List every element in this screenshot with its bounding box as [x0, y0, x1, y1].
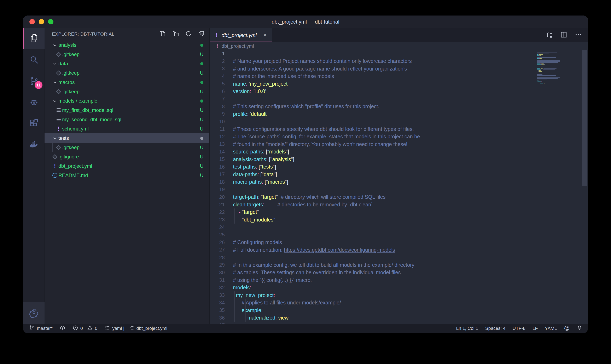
status-encoding[interactable]: UTF-8	[513, 326, 526, 331]
tree-item-analysis[interactable]: analysis	[44, 40, 209, 50]
vertical-scrollbar[interactable]	[582, 50, 587, 186]
smiley-icon: ☺	[564, 325, 569, 332]
code-line-7: 7	[210, 95, 588, 103]
line-number: 26	[210, 239, 225, 245]
git-untracked-badge: U	[199, 70, 205, 76]
status-errors[interactable]: 0	[72, 325, 83, 332]
status-selection-yaml[interactable]: yaml |	[104, 325, 124, 332]
minimize-window-button[interactable]	[39, 19, 44, 24]
file-tree: analysis.gitkeepUdata.gitkeepUmacros.git…	[44, 40, 209, 324]
error-icon	[72, 325, 78, 332]
code-line-37: 37	[210, 322, 588, 324]
status-warnings[interactable]: 0	[87, 325, 97, 332]
tree-item-models-example[interactable]: models / example	[44, 96, 209, 105]
split-editor-icon[interactable]	[560, 31, 568, 39]
breadcrumb-file[interactable]: dbt_project.yml	[222, 43, 254, 49]
line-number: 24	[210, 224, 225, 230]
tree-item--gitkeep[interactable]: .gitkeepU	[44, 68, 209, 78]
collapse-all-icon[interactable]	[198, 30, 205, 38]
status-indentation[interactable]: Spaces: 4	[485, 326, 506, 331]
git-status-dot	[199, 61, 205, 67]
line-number: 3	[210, 66, 225, 72]
git-status-dot	[199, 42, 205, 48]
status-feedback[interactable]: ☺	[564, 325, 569, 332]
tree-item-tests[interactable]: tests	[44, 133, 209, 143]
git-untracked-badge: U	[199, 52, 205, 57]
search-icon	[29, 55, 39, 65]
new-folder-icon[interactable]	[172, 30, 179, 38]
refresh-icon[interactable]	[185, 30, 192, 38]
code-line-10: 10	[210, 118, 588, 126]
status-language-mode[interactable]: YAML	[545, 326, 557, 331]
close-tab-icon[interactable]: ×	[262, 32, 268, 39]
tree-item-macros[interactable]: macros	[44, 78, 209, 87]
vscode-window: dbt_project.yml — dbt-tutorial 11	[23, 15, 588, 333]
git-status-dot	[199, 135, 205, 141]
status-git-branch[interactable]: master*	[29, 325, 53, 332]
tree-item-my-second-dbt-model-sql[interactable]: my_second_dbt_model.sqlU	[44, 115, 209, 124]
status-eol[interactable]: LF	[532, 326, 538, 331]
activity-search[interactable]	[23, 49, 44, 71]
list-icon	[129, 325, 134, 332]
line-number: 8	[210, 104, 225, 109]
line-number: 2	[210, 58, 225, 64]
tree-item--gitkeep[interactable]: .gitkeepU	[44, 143, 209, 152]
git-file-icon	[56, 70, 61, 76]
explorer-sidebar: EXPLORER: DBT-TUTORIAL analysis.gitkeepU…	[44, 28, 210, 324]
tree-item-readme-md[interactable]: iREADME.mdU	[44, 171, 209, 180]
status-sync[interactable]	[60, 325, 66, 332]
status-notifications[interactable]	[577, 325, 583, 332]
tree-item-my-first-dbt-model-sql[interactable]: my_first_dbt_model.sqlU	[44, 105, 209, 115]
code-line-1: 1	[210, 50, 588, 57]
git-untracked-badge: U	[199, 172, 205, 178]
code-area[interactable]: 12# Name your project! Project names sho…	[210, 50, 588, 324]
tab-label: dbt_project.yml	[222, 32, 262, 38]
open-changes-icon[interactable]	[545, 31, 553, 39]
minimap[interactable]	[537, 51, 581, 85]
activity-extensions[interactable]	[23, 113, 44, 134]
indent-guide	[245, 314, 246, 322]
git-untracked-badge: U	[199, 154, 205, 160]
status-cursor-position[interactable]: Ln 1, Col 1	[456, 326, 478, 331]
zoom-window-button[interactable]	[48, 19, 54, 24]
line-number: 9	[210, 111, 225, 117]
tree-item-data[interactable]: data	[44, 59, 209, 68]
tree-item--gitkeep[interactable]: .gitkeepU	[44, 50, 209, 59]
code-line-19: 19	[210, 186, 588, 193]
git-untracked-badge: U	[199, 107, 205, 113]
activity-settings[interactable]	[23, 302, 44, 324]
close-window-button[interactable]	[29, 19, 35, 24]
line-number: 30	[210, 270, 225, 275]
line-number: 19	[210, 187, 225, 192]
more-actions-icon[interactable]	[575, 31, 582, 39]
yaml-warning-icon: !	[215, 32, 218, 38]
activity-source-control[interactable]: 11	[23, 71, 44, 92]
activity-docker[interactable]	[23, 134, 44, 156]
code-line-3: 3# and underscores. A good package name …	[210, 65, 588, 73]
line-number: 23	[210, 217, 225, 222]
activity-explorer[interactable]	[23, 28, 44, 49]
indent-guide	[234, 299, 235, 307]
tree-item--gitkeep[interactable]: .gitkeepU	[44, 87, 209, 96]
code-line-12: 12# The `source-paths` config, for examp…	[210, 133, 588, 141]
code-line-23: 23 - "dbt_modules"	[210, 216, 588, 223]
status-selection-file[interactable]: dbt_project.yml	[129, 325, 167, 332]
code-line-35: 35 example:	[210, 307, 588, 314]
breadcrumb[interactable]: ! dbt_project.yml	[210, 42, 588, 50]
tree-item--gitignore[interactable]: .gitignoreU	[44, 152, 209, 161]
line-number: 27	[210, 247, 225, 253]
code-line-5: 5name: 'my_new_project'	[210, 80, 588, 88]
tree-item-schema-yml[interactable]: !schema.ymlU	[44, 124, 209, 133]
line-number: 6	[210, 89, 225, 94]
list-icon	[104, 325, 110, 332]
new-file-icon[interactable]	[159, 30, 166, 38]
line-number: 21	[210, 202, 225, 208]
line-number: 20	[210, 194, 225, 200]
activity-debug[interactable]	[23, 92, 44, 113]
title-bar[interactable]: dbt_project.yml — dbt-tutorial	[23, 15, 588, 28]
chevron-down-icon	[51, 43, 58, 47]
tab-dbt-project-yml[interactable]: ! dbt_project.yml ×	[210, 28, 272, 42]
chevron-down-icon	[51, 99, 58, 103]
code-line-13: 13# found in the "models/" directory. Yo…	[210, 141, 588, 148]
tree-item-dbt-project-yml[interactable]: !dbt_project.ymlU	[44, 161, 209, 171]
